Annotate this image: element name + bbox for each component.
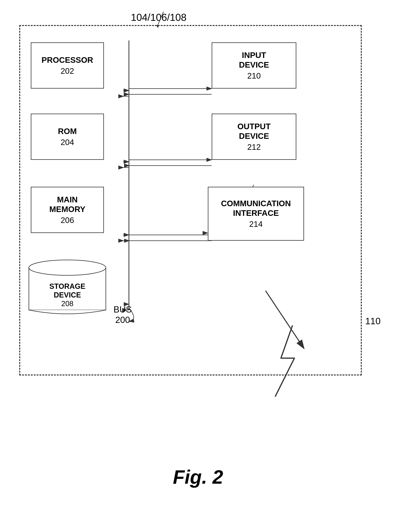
svg-marker-26 bbox=[156, 25, 159, 28]
svg-point-21 bbox=[29, 260, 106, 275]
svg-text:DEVICE: DEVICE bbox=[54, 291, 81, 299]
rom-num: 204 bbox=[61, 138, 74, 147]
label-arrow bbox=[144, 12, 183, 29]
processor-box: PROCESSOR 202 bbox=[31, 42, 104, 89]
processor-num: 202 bbox=[61, 66, 74, 76]
svg-text:STORAGE: STORAGE bbox=[49, 282, 85, 290]
rom-label: ROM bbox=[58, 126, 77, 136]
input-label: INPUTDEVICE bbox=[239, 50, 269, 70]
bus-label: BUS 200 bbox=[114, 304, 132, 325]
svg-text:208: 208 bbox=[61, 300, 73, 308]
processor-label: PROCESSOR bbox=[41, 55, 93, 65]
comm-num: 214 bbox=[249, 219, 263, 229]
lightning-bolt bbox=[269, 324, 327, 401]
main-memory-num: 206 bbox=[61, 216, 74, 225]
output-num: 212 bbox=[247, 142, 261, 152]
ref-110: 110 bbox=[365, 316, 381, 326]
output-device-box: OUTPUTDEVICE 212 bbox=[212, 114, 296, 160]
main-memory-label: MAINMEMORY bbox=[49, 195, 85, 214]
input-num: 210 bbox=[247, 71, 261, 81]
svg-line-25 bbox=[158, 12, 163, 25]
comm-interface-box: COMMUNICATIONINTERFACE 214 bbox=[208, 187, 304, 241]
rom-box: ROM 204 bbox=[31, 114, 104, 160]
comm-label: COMMUNICATIONINTERFACE bbox=[221, 199, 291, 218]
figure-label: Fig. 2 bbox=[173, 466, 223, 488]
page: 104/106/108 bbox=[0, 0, 396, 532]
main-memory-box: MAINMEMORY 206 bbox=[31, 187, 104, 233]
storage-cylinder: STORAGE DEVICE 208 bbox=[27, 256, 108, 320]
output-label: OUTPUTDEVICE bbox=[238, 122, 271, 141]
input-device-box: INPUTDEVICE 210 bbox=[212, 42, 296, 89]
